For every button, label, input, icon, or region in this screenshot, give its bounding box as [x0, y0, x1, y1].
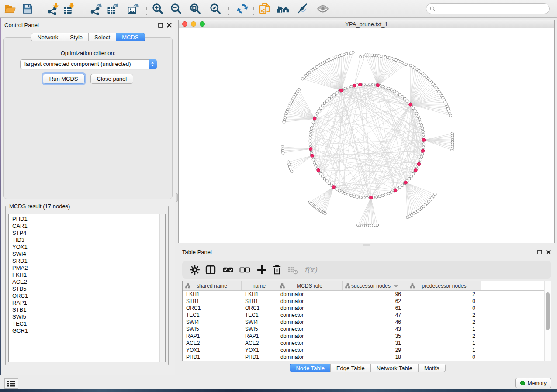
- mcds-hub-node[interactable]: [339, 89, 343, 92]
- tab-edge-table[interactable]: Edge Table: [330, 364, 371, 372]
- table-row[interactable]: TEC1TEC1connector472: [183, 312, 544, 319]
- mcds-result-item[interactable]: STB5: [9, 285, 159, 292]
- mcds-result-item[interactable]: ORC1: [9, 292, 159, 299]
- zoom-in-icon[interactable]: [151, 2, 164, 15]
- mcds-hub-node[interactable]: [313, 117, 317, 120]
- mcds-result-item[interactable]: FKH1: [9, 272, 159, 279]
- run-mcds-button[interactable]: Run MCDS: [43, 74, 85, 84]
- mcds-result-item[interactable]: CAR1: [9, 223, 159, 230]
- mcds-result-item[interactable]: TID3: [9, 237, 159, 244]
- mcds-result-item[interactable]: PMA2: [9, 265, 159, 272]
- clone-network-icon[interactable]: [258, 2, 271, 15]
- tab-motifs[interactable]: Motifs: [418, 364, 446, 372]
- mcds-hub-node[interactable]: [417, 162, 421, 166]
- search-box[interactable]: [426, 3, 550, 14]
- table-row[interactable]: ACE2ACE2connector311: [183, 340, 544, 347]
- mcds-result-item[interactable]: SWI4: [9, 251, 159, 258]
- mcds-result-item[interactable]: SRD1: [9, 258, 159, 265]
- memory-button[interactable]: Memory: [515, 378, 551, 388]
- mcds-result-item[interactable]: TEC1: [9, 320, 159, 327]
- zoom-traffic-light[interactable]: [200, 21, 205, 27]
- mcds-hub-node[interactable]: [376, 84, 380, 87]
- mcds-result-item[interactable]: GCR1: [9, 327, 159, 334]
- mcds-hub-node[interactable]: [353, 84, 356, 88]
- mcds-hub-node[interactable]: [414, 168, 418, 172]
- column-header-name[interactable]: name: [242, 281, 277, 290]
- mcds-hub-node[interactable]: [409, 103, 412, 107]
- column-header-shared-name[interactable]: shared name: [183, 281, 242, 290]
- table-scrollbar[interactable]: [544, 281, 551, 361]
- export-table-icon[interactable]: [106, 2, 119, 15]
- table-scrollbar-thumb[interactable]: [546, 292, 550, 330]
- close-panel-button[interactable]: Close panel: [90, 74, 134, 84]
- tab-mcds[interactable]: MCDS: [116, 33, 145, 41]
- mcds-result-item[interactable]: YOX1: [9, 244, 159, 251]
- delete-column-icon[interactable]: [271, 264, 283, 276]
- mcds-result-item[interactable]: PHD1: [9, 216, 159, 223]
- table-row[interactable]: YOX1YOX1connector291: [183, 347, 544, 354]
- mcds-hub-node[interactable]: [421, 149, 425, 153]
- mcds-result-item[interactable]: STP4: [9, 230, 159, 237]
- split-view-icon[interactable]: [204, 264, 217, 276]
- deselect-all-icon[interactable]: [239, 264, 251, 276]
- mcds-hub-node[interactable]: [311, 154, 314, 158]
- close-icon[interactable]: [166, 22, 172, 28]
- minimize-traffic-light[interactable]: [191, 21, 196, 27]
- search-input[interactable]: [438, 4, 546, 13]
- mcds-result-item[interactable]: SWI5: [9, 313, 159, 320]
- refresh-icon[interactable]: [236, 2, 249, 15]
- table-row[interactable]: STB1STB1dominator620: [183, 298, 544, 305]
- mcds-hub-node[interactable]: [317, 168, 320, 172]
- mcds-hub-node[interactable]: [404, 181, 408, 184]
- network-canvas[interactable]: [179, 28, 554, 243]
- mcds-hub-node[interactable]: [394, 189, 397, 192]
- add-column-icon[interactable]: [256, 264, 268, 276]
- table-row[interactable]: SWI5SWI5connector431: [183, 326, 544, 333]
- column-header-mcds-role[interactable]: MCDS role: [277, 281, 343, 290]
- select-all-icon[interactable]: [222, 264, 234, 276]
- hide-details-icon[interactable]: [296, 2, 309, 15]
- import-network-icon[interactable]: [47, 2, 60, 15]
- zoom-selected-icon[interactable]: [209, 2, 222, 15]
- result-scrollbar[interactable]: [159, 214, 165, 362]
- table-row[interactable]: PHD1PHD1dominator180: [183, 354, 544, 361]
- zoom-fit-icon[interactable]: [189, 2, 202, 15]
- mcds-hub-node[interactable]: [422, 138, 426, 142]
- float-icon[interactable]: [537, 249, 542, 254]
- mcds-result-item[interactable]: RAP1: [9, 299, 159, 306]
- network-home-icon[interactable]: [277, 2, 290, 15]
- column-header-successor-nodes[interactable]: successor nodes: [343, 281, 407, 290]
- show-details-icon[interactable]: [316, 2, 329, 15]
- horizontal-splitter-handle[interactable]: [363, 244, 370, 246]
- network-graph[interactable]: [179, 28, 554, 243]
- table-row[interactable]: ORC1ORC1dominator610: [183, 305, 544, 312]
- close-icon[interactable]: [546, 249, 551, 254]
- mcds-hub-node[interactable]: [358, 83, 362, 86]
- float-icon[interactable]: [158, 22, 163, 28]
- table-row[interactable]: FKH1FKH1dominator962: [183, 291, 544, 298]
- open-file-icon[interactable]: [3, 2, 17, 15]
- tab-node-table[interactable]: Node Table: [290, 364, 331, 372]
- optimization-criterion-select[interactable]: largest connected component (undirected): [20, 59, 157, 69]
- import-table-icon[interactable]: [62, 2, 76, 15]
- export-image-icon[interactable]: [127, 2, 140, 15]
- export-network-icon[interactable]: [90, 2, 103, 15]
- table-row[interactable]: RAP1RAP1dominator352: [183, 333, 544, 340]
- column-header-predecessor-nodes[interactable]: predecessor nodes: [407, 281, 481, 290]
- table-row[interactable]: SWI4SWI4dominator462: [183, 319, 544, 326]
- vertical-splitter[interactable]: [175, 18, 178, 375]
- mcds-result-item[interactable]: STB1: [9, 306, 159, 313]
- tab-style[interactable]: Style: [64, 33, 89, 41]
- mcds-hub-node[interactable]: [332, 185, 336, 189]
- vertical-splitter-handle[interactable]: [176, 193, 178, 202]
- tab-network-table[interactable]: Network Table: [370, 364, 419, 372]
- tab-select[interactable]: Select: [88, 33, 116, 41]
- zoom-out-icon[interactable]: [170, 2, 183, 15]
- mcds-result-item[interactable]: ACE2: [9, 279, 159, 285]
- close-traffic-light[interactable]: [182, 21, 187, 27]
- settings-icon[interactable]: [189, 264, 201, 276]
- save-session-icon[interactable]: [21, 2, 34, 15]
- mcds-hub-node[interactable]: [309, 147, 313, 151]
- tab-network[interactable]: Network: [31, 33, 64, 41]
- mcds-hub-node[interactable]: [369, 196, 373, 199]
